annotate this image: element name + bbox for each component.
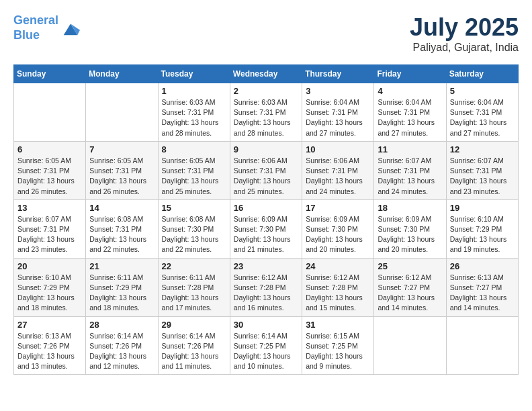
day-info: Sunrise: 6:06 AM Sunset: 7:31 PM Dayligh… — [306, 156, 370, 197]
day-number: 11 — [378, 144, 442, 154]
calendar-week-5: 27Sunrise: 6:13 AM Sunset: 7:26 PM Dayli… — [14, 316, 519, 375]
day-number: 21 — [89, 261, 154, 271]
day-number: 28 — [89, 320, 154, 330]
day-info: Sunrise: 6:05 AM Sunset: 7:31 PM Dayligh… — [17, 156, 82, 197]
weekday-header-sunday: Sunday — [14, 65, 86, 83]
day-number: 30 — [234, 320, 298, 330]
page-header: General Blue July 2025 Paliyad, Gujarat,… — [13, 13, 519, 54]
calendar-cell: 13Sunrise: 6:07 AM Sunset: 7:31 PM Dayli… — [14, 199, 86, 258]
day-info: Sunrise: 6:04 AM Sunset: 7:31 PM Dayligh… — [378, 97, 442, 138]
day-number: 7 — [89, 144, 154, 154]
day-number: 16 — [234, 203, 298, 213]
day-number: 25 — [378, 261, 442, 271]
day-info: Sunrise: 6:11 AM Sunset: 7:28 PM Dayligh… — [162, 273, 226, 314]
day-info: Sunrise: 6:09 AM Sunset: 7:30 PM Dayligh… — [306, 214, 370, 255]
day-info: Sunrise: 6:13 AM Sunset: 7:26 PM Dayligh… — [17, 331, 82, 372]
day-info: Sunrise: 6:08 AM Sunset: 7:30 PM Dayligh… — [162, 214, 226, 255]
day-info: Sunrise: 6:09 AM Sunset: 7:30 PM Dayligh… — [234, 214, 298, 255]
logo: General Blue — [13, 13, 80, 42]
weekday-header-monday: Monday — [86, 65, 158, 83]
weekday-header-friday: Friday — [374, 65, 446, 83]
day-number: 20 — [17, 261, 82, 271]
day-number: 24 — [306, 261, 370, 271]
logo-line1: General — [13, 13, 58, 27]
day-info: Sunrise: 6:12 AM Sunset: 7:27 PM Dayligh… — [378, 273, 442, 314]
day-number: 13 — [17, 203, 82, 213]
location: Paliyad, Gujarat, India — [410, 42, 519, 54]
day-number: 23 — [234, 261, 298, 271]
day-number: 15 — [162, 203, 226, 213]
calendar-cell: 18Sunrise: 6:09 AM Sunset: 7:30 PM Dayli… — [374, 199, 446, 258]
month-year: July 2025 — [410, 13, 519, 42]
day-number: 18 — [378, 203, 442, 213]
weekday-header-wednesday: Wednesday — [230, 65, 302, 83]
day-info: Sunrise: 6:14 AM Sunset: 7:26 PM Dayligh… — [89, 331, 154, 372]
calendar-cell: 9Sunrise: 6:06 AM Sunset: 7:31 PM Daylig… — [230, 141, 302, 199]
day-number: 3 — [306, 86, 370, 96]
day-info: Sunrise: 6:04 AM Sunset: 7:31 PM Dayligh… — [306, 97, 370, 138]
day-info: Sunrise: 6:11 AM Sunset: 7:29 PM Dayligh… — [89, 273, 154, 314]
day-number: 14 — [89, 203, 154, 213]
calendar-cell: 11Sunrise: 6:07 AM Sunset: 7:31 PM Dayli… — [374, 141, 446, 199]
day-number: 26 — [450, 261, 515, 271]
day-number: 17 — [306, 203, 370, 213]
calendar-cell: 27Sunrise: 6:13 AM Sunset: 7:26 PM Dayli… — [14, 316, 86, 375]
day-number: 27 — [17, 320, 82, 330]
calendar-cell — [14, 83, 86, 142]
day-number: 31 — [306, 320, 370, 330]
calendar-cell — [446, 316, 518, 375]
calendar-cell: 10Sunrise: 6:06 AM Sunset: 7:31 PM Dayli… — [302, 141, 374, 199]
calendar-cell: 19Sunrise: 6:10 AM Sunset: 7:29 PM Dayli… — [446, 199, 518, 258]
calendar-cell: 20Sunrise: 6:10 AM Sunset: 7:29 PM Dayli… — [14, 258, 86, 316]
weekday-header-row: SundayMondayTuesdayWednesdayThursdayFrid… — [14, 65, 519, 83]
calendar-cell: 25Sunrise: 6:12 AM Sunset: 7:27 PM Dayli… — [374, 258, 446, 316]
day-info: Sunrise: 6:14 AM Sunset: 7:25 PM Dayligh… — [234, 331, 298, 372]
calendar-cell: 6Sunrise: 6:05 AM Sunset: 7:31 PM Daylig… — [14, 141, 86, 199]
weekday-header-thursday: Thursday — [302, 65, 374, 83]
calendar-cell: 22Sunrise: 6:11 AM Sunset: 7:28 PM Dayli… — [158, 258, 230, 316]
calendar-cell — [86, 83, 158, 142]
calendar-week-2: 6Sunrise: 6:05 AM Sunset: 7:31 PM Daylig… — [14, 141, 519, 199]
day-number: 1 — [162, 86, 226, 96]
calendar-cell: 23Sunrise: 6:12 AM Sunset: 7:28 PM Dayli… — [230, 258, 302, 316]
day-number: 8 — [162, 144, 226, 154]
calendar-cell: 1Sunrise: 6:03 AM Sunset: 7:31 PM Daylig… — [158, 83, 230, 142]
day-info: Sunrise: 6:05 AM Sunset: 7:31 PM Dayligh… — [162, 156, 226, 197]
calendar-cell: 16Sunrise: 6:09 AM Sunset: 7:30 PM Dayli… — [230, 199, 302, 258]
day-info: Sunrise: 6:06 AM Sunset: 7:31 PM Dayligh… — [234, 156, 298, 197]
logo-text: General Blue — [13, 13, 58, 42]
calendar-cell: 3Sunrise: 6:04 AM Sunset: 7:31 PM Daylig… — [302, 83, 374, 142]
title-block: July 2025 Paliyad, Gujarat, India — [410, 13, 519, 54]
day-number: 5 — [450, 86, 515, 96]
day-number: 6 — [17, 144, 82, 154]
day-info: Sunrise: 6:03 AM Sunset: 7:31 PM Dayligh… — [162, 97, 226, 138]
calendar-table: SundayMondayTuesdayWednesdayThursdayFrid… — [13, 64, 519, 375]
calendar-cell: 15Sunrise: 6:08 AM Sunset: 7:30 PM Dayli… — [158, 199, 230, 258]
calendar-cell: 4Sunrise: 6:04 AM Sunset: 7:31 PM Daylig… — [374, 83, 446, 142]
day-info: Sunrise: 6:07 AM Sunset: 7:31 PM Dayligh… — [450, 156, 515, 197]
calendar-cell: 24Sunrise: 6:12 AM Sunset: 7:28 PM Dayli… — [302, 258, 374, 316]
day-info: Sunrise: 6:12 AM Sunset: 7:28 PM Dayligh… — [234, 273, 298, 314]
calendar-cell: 7Sunrise: 6:05 AM Sunset: 7:31 PM Daylig… — [86, 141, 158, 199]
weekday-header-tuesday: Tuesday — [158, 65, 230, 83]
calendar-cell: 29Sunrise: 6:14 AM Sunset: 7:26 PM Dayli… — [158, 316, 230, 375]
day-info: Sunrise: 6:10 AM Sunset: 7:29 PM Dayligh… — [17, 273, 82, 314]
day-info: Sunrise: 6:05 AM Sunset: 7:31 PM Dayligh… — [89, 156, 154, 197]
day-info: Sunrise: 6:07 AM Sunset: 7:31 PM Dayligh… — [17, 214, 82, 255]
calendar-cell: 28Sunrise: 6:14 AM Sunset: 7:26 PM Dayli… — [86, 316, 158, 375]
calendar-cell: 5Sunrise: 6:04 AM Sunset: 7:31 PM Daylig… — [446, 83, 518, 142]
calendar-week-4: 20Sunrise: 6:10 AM Sunset: 7:29 PM Dayli… — [14, 258, 519, 316]
calendar-cell: 30Sunrise: 6:14 AM Sunset: 7:25 PM Dayli… — [230, 316, 302, 375]
day-info: Sunrise: 6:14 AM Sunset: 7:26 PM Dayligh… — [162, 331, 226, 372]
day-number: 29 — [162, 320, 226, 330]
calendar-cell: 21Sunrise: 6:11 AM Sunset: 7:29 PM Dayli… — [86, 258, 158, 316]
day-info: Sunrise: 6:13 AM Sunset: 7:27 PM Dayligh… — [450, 273, 515, 314]
calendar-cell — [374, 316, 446, 375]
day-number: 2 — [234, 86, 298, 96]
weekday-header-saturday: Saturday — [446, 65, 518, 83]
day-info: Sunrise: 6:04 AM Sunset: 7:31 PM Dayligh… — [450, 97, 515, 138]
day-number: 12 — [450, 144, 515, 154]
calendar-cell: 14Sunrise: 6:08 AM Sunset: 7:31 PM Dayli… — [86, 199, 158, 258]
calendar-cell: 17Sunrise: 6:09 AM Sunset: 7:30 PM Dayli… — [302, 199, 374, 258]
day-info: Sunrise: 6:07 AM Sunset: 7:31 PM Dayligh… — [378, 156, 442, 197]
